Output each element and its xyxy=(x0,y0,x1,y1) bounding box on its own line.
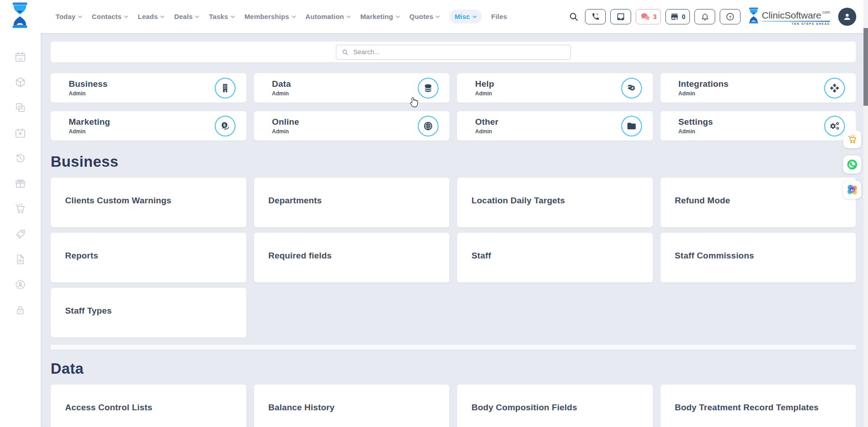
dollar-chat-icon: $ xyxy=(215,116,236,136)
chat-notifications-button[interactable]: 3 xyxy=(636,9,661,24)
left-sidebar: 12 xyxy=(0,0,41,427)
main-content: BusinessAdmin DataAdmin HelpAdmin Integr… xyxy=(41,33,868,427)
storefront-icon xyxy=(670,12,679,21)
report-document-icon[interactable] xyxy=(14,253,27,266)
move-arrows-icon xyxy=(824,78,845,99)
category-grid: BusinessAdmin DataAdmin HelpAdmin Integr… xyxy=(51,73,856,141)
cart-icon[interactable] xyxy=(14,202,27,215)
clinicsoftware-misc-admin-page: 12 Today Contacts Leads Deals Tasks Memb… xyxy=(0,0,868,427)
account-circle-icon[interactable] xyxy=(14,278,27,291)
building-icon xyxy=(215,78,236,99)
hourglass-logo-icon[interactable] xyxy=(10,2,29,30)
section-heading-data: Data xyxy=(51,360,856,377)
top-header: Today Contacts Leads Deals Tasks Members… xyxy=(41,0,868,33)
nav-deals[interactable]: Deals xyxy=(174,13,199,20)
nav-marketing[interactable]: Marketing xyxy=(360,13,400,20)
nav-memberships[interactable]: Memberships xyxy=(245,13,296,20)
category-card-business[interactable]: BusinessAdmin xyxy=(51,73,246,103)
nav-leads[interactable]: Leads xyxy=(138,13,165,20)
section-item-card[interactable]: Clients Custom Warnings xyxy=(51,178,246,227)
category-card-marketing[interactable]: MarketingAdmin $ xyxy=(51,111,246,141)
helping-hands-icon xyxy=(621,78,642,99)
business-items-grid: Clients Custom WarningsDepartmentsLocati… xyxy=(51,178,856,338)
cart-widget-button[interactable] xyxy=(843,130,861,148)
help-button[interactable]: ? xyxy=(720,9,741,24)
booking-calendar-icon[interactable] xyxy=(14,127,27,139)
category-card-online[interactable]: OnlineAdmin xyxy=(254,111,450,141)
price-tag-icon[interactable] xyxy=(14,228,27,240)
nav-automation[interactable]: Automation xyxy=(306,13,351,20)
section-divider xyxy=(51,345,856,350)
database-icon xyxy=(418,78,439,99)
main-nav: Today Contacts Leads Deals Tasks Members… xyxy=(56,9,507,23)
vertical-scrollbar-track[interactable] xyxy=(863,0,868,427)
vertical-scrollbar-thumb[interactable] xyxy=(863,28,868,106)
package-icon[interactable] xyxy=(14,76,27,89)
calendar-12-icon[interactable]: 12 xyxy=(14,51,27,63)
svg-text:?: ? xyxy=(729,14,731,19)
category-card-integrations[interactable]: IntegrationsAdmin xyxy=(660,73,856,103)
nav-today[interactable]: Today xyxy=(56,13,82,20)
section-item-card[interactable]: Body Composition Fields xyxy=(457,385,653,427)
section-item-card[interactable]: Location Daily Targets xyxy=(457,178,653,227)
category-card-settings[interactable]: SettingsAdmin xyxy=(660,111,856,141)
section-item-card[interactable]: Reports xyxy=(51,233,246,282)
search-icon[interactable] xyxy=(569,12,579,22)
category-card-other[interactable]: OtherAdmin xyxy=(457,111,653,141)
nav-quotes[interactable]: Quotes xyxy=(410,13,440,20)
brand-name: ClinicSoftware xyxy=(762,10,821,20)
svg-text:AI: AI xyxy=(850,188,854,192)
svg-text:12: 12 xyxy=(18,57,23,61)
lock-icon[interactable] xyxy=(14,304,27,316)
sidebar-icon-menu: 12 xyxy=(0,51,41,316)
whatsapp-widget-button[interactable] xyxy=(843,155,861,174)
section-item-card[interactable]: Balance History xyxy=(254,385,450,427)
section-item-card[interactable]: Refund Mode xyxy=(660,178,856,227)
folder-icon xyxy=(621,116,642,136)
brand-logo[interactable]: ClinicSoftware.com TEN STEPS AHEAD xyxy=(748,7,830,26)
store-button[interactable]: 0 xyxy=(665,9,690,24)
section-item-card[interactable]: Body Treatment Record Templates xyxy=(660,385,856,427)
history-icon[interactable] xyxy=(14,152,27,164)
nav-files[interactable]: Files xyxy=(491,13,507,20)
chat-bubbles-icon xyxy=(640,12,650,21)
globe-icon xyxy=(418,116,439,136)
brand-hourglass-icon xyxy=(748,7,760,26)
section-item-card[interactable]: Staff Types xyxy=(51,288,246,338)
notifications-bell-button[interactable] xyxy=(694,9,715,24)
section-item-card[interactable]: Staff xyxy=(457,233,653,282)
store-count-badge: 0 xyxy=(682,13,685,20)
section-item-card[interactable]: Departments xyxy=(254,178,450,227)
section-heading-business: Business xyxy=(51,153,856,170)
brand-tagline: TEN STEPS AHEAD xyxy=(762,21,830,26)
header-actions: 3 0 ? ClinicSoftware.com TEN STE xyxy=(569,7,856,26)
page-search-strip xyxy=(51,42,856,62)
section-item-card[interactable]: Access Control Lists xyxy=(51,385,246,427)
gears-icon xyxy=(824,116,845,136)
nav-tasks[interactable]: Tasks xyxy=(209,13,235,20)
category-card-help[interactable]: HelpAdmin xyxy=(457,73,653,103)
floating-widget-stack: AI xyxy=(843,130,861,199)
svg-text:$: $ xyxy=(223,123,226,127)
search-input[interactable] xyxy=(353,48,565,56)
user-avatar[interactable] xyxy=(838,8,856,26)
copy-icon[interactable] xyxy=(14,101,27,114)
gift-icon[interactable] xyxy=(14,177,27,190)
phone-button[interactable] xyxy=(585,9,606,24)
chat-count-badge: 3 xyxy=(653,13,656,20)
data-items-grid: Access Control ListsBalance HistoryBody … xyxy=(51,385,856,427)
search-input-icon xyxy=(342,49,349,56)
inbox-button[interactable] xyxy=(610,9,631,24)
nav-contacts[interactable]: Contacts xyxy=(92,13,128,20)
nav-misc[interactable]: Misc xyxy=(449,9,481,23)
section-item-card[interactable]: Staff Commissions xyxy=(660,233,856,282)
page-search-box xyxy=(336,45,571,60)
section-item-card[interactable]: Required fields xyxy=(254,233,450,282)
category-card-data[interactable]: DataAdmin xyxy=(254,73,450,103)
ai-widget-button[interactable]: AI xyxy=(843,181,861,199)
brand-tld: .com xyxy=(821,10,830,14)
